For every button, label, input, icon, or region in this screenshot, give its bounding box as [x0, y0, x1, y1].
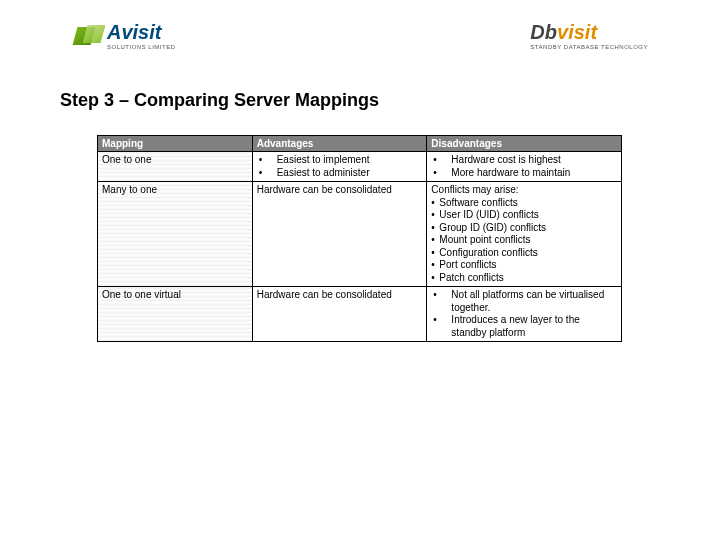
cell-advantages: Easiest to implement Easiest to administ…	[252, 152, 427, 182]
avisit-logo-text: Avisit	[107, 22, 176, 42]
dbvisit-logo-sub: STANDBY DATABASE TECHNOLOGY	[530, 44, 648, 50]
table-row: One to one Easiest to implement Easiest …	[98, 152, 622, 182]
table-row: One to one virtual Hardware can be conso…	[98, 287, 622, 342]
list-item: Easiest to implement	[257, 154, 423, 167]
slide-title: Step 3 – Comparing Server Mappings	[60, 90, 720, 111]
table-row: Many to one Hardware can be consolidated…	[98, 182, 622, 287]
list-item: Software conflicts	[431, 197, 617, 210]
list-item: Patch conflicts	[431, 272, 617, 285]
cell-disadvantages: Conflicts may arise: Software conflicts …	[427, 182, 622, 287]
table-header-row: Mapping Advantages Disadvantages	[98, 136, 622, 152]
header-disadvantages: Disadvantages	[427, 136, 622, 152]
header-mapping: Mapping	[98, 136, 253, 152]
avisit-logo: Avisit SOLUTIONS LIMITED	[75, 22, 176, 50]
list-item: Hardware cost is highest	[431, 154, 617, 167]
list-item: Introduces a new layer to the standby pl…	[431, 314, 617, 339]
mapping-table: Mapping Advantages Disadvantages One to …	[97, 135, 622, 342]
avisit-logo-icon	[75, 23, 101, 49]
cell-mapping: Many to one	[98, 182, 253, 287]
list-item: User ID (UID) conflicts	[431, 209, 617, 222]
cell-advantages: Hardware can be consolidated	[252, 287, 427, 342]
slide-header: Avisit SOLUTIONS LIMITED Dbvisit STANDBY…	[0, 0, 720, 68]
mapping-table-container: Mapping Advantages Disadvantages One to …	[97, 135, 622, 342]
conflicts-lead: Conflicts may arise:	[431, 184, 617, 197]
list-item: Configuration conflicts	[431, 247, 617, 260]
dbvisit-logo: Dbvisit STANDBY DATABASE TECHNOLOGY	[530, 22, 648, 50]
cell-advantages: Hardware can be consolidated	[252, 182, 427, 287]
list-item: Not all platforms can be virtualised tog…	[431, 289, 617, 314]
dbvisit-logo-text: Dbvisit	[530, 22, 648, 42]
cell-mapping: One to one	[98, 152, 253, 182]
cell-disadvantages: Hardware cost is highest More hardware t…	[427, 152, 622, 182]
avisit-logo-sub: SOLUTIONS LIMITED	[107, 44, 176, 50]
list-item: Group ID (GID) conflicts	[431, 222, 617, 235]
cell-mapping: One to one virtual	[98, 287, 253, 342]
list-item: Mount point conflicts	[431, 234, 617, 247]
cell-disadvantages: Not all platforms can be virtualised tog…	[427, 287, 622, 342]
list-item: Port conflicts	[431, 259, 617, 272]
list-item: Easiest to administer	[257, 167, 423, 180]
list-item: More hardware to maintain	[431, 167, 617, 180]
header-advantages: Advantages	[252, 136, 427, 152]
